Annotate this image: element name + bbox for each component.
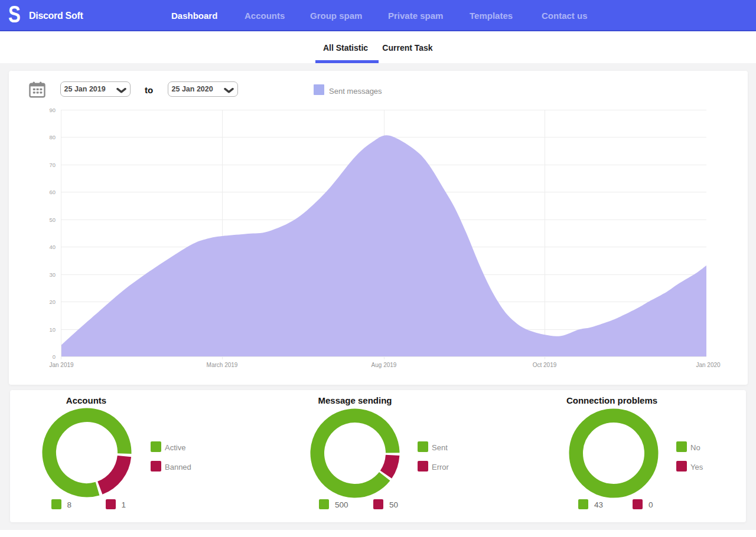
svg-text:30: 30 [49,271,56,278]
svg-text:70: 70 [49,162,56,168]
svg-text:Jan 2020: Jan 2020 [696,362,721,368]
svg-text:80: 80 [49,134,56,140]
svg-text:60: 60 [49,189,56,195]
svg-text:40: 40 [49,244,56,250]
svg-text:Aug 2019: Aug 2019 [372,362,397,368]
svg-text:March 2019: March 2019 [207,362,238,368]
svg-text:Oct 2019: Oct 2019 [533,362,557,368]
svg-text:0: 0 [53,353,56,360]
svg-text:Jan 2019: Jan 2019 [49,362,74,368]
svg-text:50: 50 [49,217,56,223]
svg-text:90: 90 [49,107,56,113]
svg-text:20: 20 [49,299,56,305]
svg-text:10: 10 [49,326,56,333]
